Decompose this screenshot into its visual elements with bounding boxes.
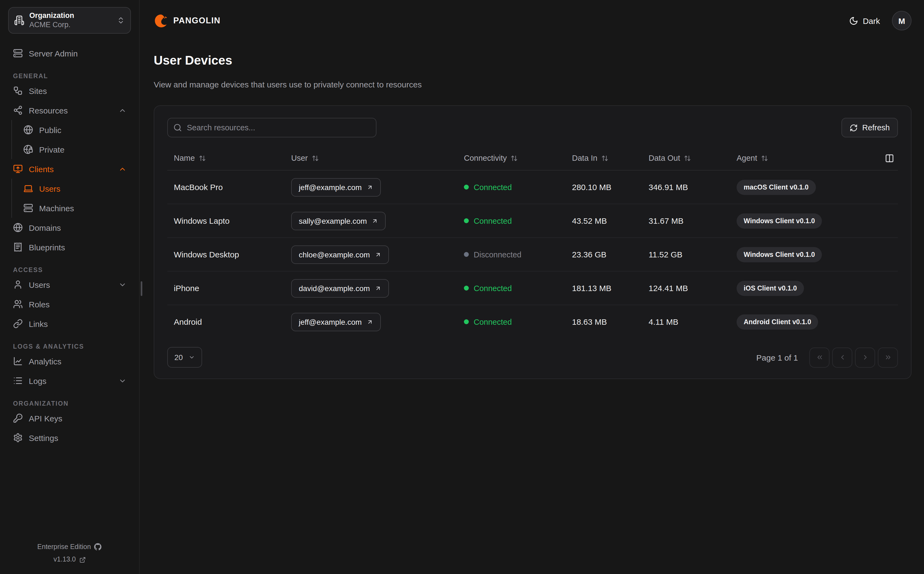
- chart-line-icon: [13, 356, 23, 366]
- sort-icon: [312, 155, 319, 162]
- sidebar-item-links[interactable]: Links: [8, 314, 131, 333]
- column-header-data-in[interactable]: Data In: [572, 154, 649, 162]
- org-selector[interactable]: Organization ACME Corp.: [8, 7, 131, 34]
- data-in-value: 18.63 MB: [572, 317, 649, 326]
- edition-link[interactable]: Enterprise Edition: [8, 541, 131, 554]
- avatar-initial: M: [899, 16, 905, 25]
- theme-toggle[interactable]: Dark: [849, 16, 880, 25]
- arrow-up-right-icon: [372, 218, 378, 224]
- sidebar-item-label: Links: [29, 319, 48, 328]
- org-selector-value: ACME Corp.: [29, 20, 112, 30]
- user-link-button[interactable]: jeff@example.com: [291, 178, 381, 197]
- last-page-button[interactable]: [878, 347, 898, 367]
- chevron-up-icon: [118, 165, 126, 173]
- refresh-button[interactable]: Refresh: [841, 118, 898, 138]
- sidebar-item-server-admin[interactable]: Server Admin: [8, 43, 131, 63]
- globe-icon: [13, 222, 23, 232]
- sidebar-heading-general: GENERAL: [8, 73, 131, 79]
- data-out-value: 11.52 GB: [649, 250, 736, 259]
- next-page-button[interactable]: [855, 347, 875, 367]
- users-icon: [13, 299, 23, 309]
- column-header-user[interactable]: User: [291, 154, 464, 162]
- data-out-value: 31.67 MB: [649, 216, 736, 226]
- main-content: PANGOLIN Dark M User Devices View and ma…: [140, 0, 924, 574]
- data-in-value: 23.36 GB: [572, 250, 649, 259]
- sidebar-item-label: Clients: [29, 164, 54, 173]
- brand[interactable]: PANGOLIN: [154, 13, 221, 28]
- status-label: Connected: [474, 217, 512, 226]
- chevron-up-icon: [118, 106, 126, 114]
- version-link[interactable]: v1.13.0: [8, 554, 131, 567]
- server-icon: [24, 203, 33, 213]
- search-input[interactable]: [167, 118, 377, 138]
- sidebar-item-settings[interactable]: Settings: [8, 428, 131, 448]
- column-header-label: Agent: [736, 154, 757, 162]
- avatar[interactable]: M: [892, 11, 911, 30]
- user-link-button[interactable]: sally@example.com: [291, 212, 386, 230]
- sidebar: Organization ACME Corp. Server Admin GEN…: [0, 0, 140, 574]
- column-header-connectivity[interactable]: Connectivity: [464, 154, 572, 162]
- column-visibility-button[interactable]: [885, 154, 898, 163]
- first-page-button[interactable]: [809, 347, 829, 367]
- page-title: User Devices: [154, 53, 911, 68]
- device-name: iPhone: [167, 284, 291, 293]
- table-row: MacBook Pro jeff@example.com Connected 2…: [167, 171, 898, 205]
- sidebar-item-label: Roles: [29, 300, 50, 309]
- sort-icon: [511, 155, 518, 162]
- table-row: Windows Lapto sally@example.com Connecte…: [167, 205, 898, 238]
- sidebar-item-client-users[interactable]: Users: [12, 179, 131, 198]
- sidebar-item-blueprints[interactable]: Blueprints: [8, 237, 131, 257]
- chevron-right-icon: [861, 354, 869, 361]
- sidebar-item-api-keys[interactable]: API Keys: [8, 408, 131, 428]
- page-size-value: 20: [174, 353, 183, 362]
- previous-page-button[interactable]: [832, 347, 852, 367]
- sidebar-item-machines[interactable]: Machines: [12, 198, 131, 218]
- sidebar-item-logs[interactable]: Logs: [8, 371, 131, 391]
- data-in-value: 280.10 MB: [572, 183, 649, 192]
- sidebar-item-public[interactable]: Public: [12, 120, 131, 140]
- status-label: Disconnected: [474, 250, 522, 259]
- pangolin-logo-icon: [154, 13, 169, 28]
- user-email: jeff@example.com: [299, 183, 362, 192]
- arrow-up-right-icon: [375, 251, 382, 258]
- status-label: Connected: [474, 183, 512, 192]
- user-link-button[interactable]: chloe@example.com: [291, 246, 389, 264]
- moon-icon: [849, 16, 859, 25]
- arrow-up-right-icon: [367, 319, 373, 325]
- laptop-icon: [24, 183, 33, 193]
- search-container: [167, 118, 377, 138]
- sidebar-item-sites[interactable]: Sites: [8, 81, 131, 101]
- connectivity-status: Connected: [464, 217, 572, 226]
- column-header-name[interactable]: Name: [167, 154, 291, 162]
- server-icon: [13, 48, 23, 58]
- column-header-data-out[interactable]: Data Out: [649, 154, 736, 162]
- agent-badge: macOS Client v0.1.0: [736, 180, 816, 195]
- sidebar-item-roles[interactable]: Roles: [8, 294, 131, 314]
- user-link-button[interactable]: jeff@example.com: [291, 313, 381, 331]
- data-out-value: 346.91 MB: [649, 183, 736, 192]
- data-out-value: 124.41 MB: [649, 284, 736, 293]
- pagination: 20 Page 1 of 1: [167, 347, 898, 368]
- sidebar-item-analytics[interactable]: Analytics: [8, 352, 131, 371]
- agent-badge: Windows Client v0.1.0: [736, 213, 822, 229]
- status-label: Connected: [474, 318, 512, 326]
- status-dot: [464, 286, 469, 291]
- sidebar-scrollbar-thumb[interactable]: [141, 281, 142, 296]
- device-name: Android: [167, 317, 291, 326]
- devices-card: Refresh Name User Connectivity: [154, 106, 911, 379]
- sidebar-item-resources[interactable]: Resources: [8, 101, 131, 120]
- user-icon: [13, 280, 23, 289]
- sidebar-item-private[interactable]: Private: [12, 140, 131, 159]
- page-size-select[interactable]: 20: [167, 347, 202, 368]
- column-header-agent[interactable]: Agent: [736, 154, 885, 162]
- sidebar-item-domains[interactable]: Domains: [8, 218, 131, 237]
- connectivity-status: Connected: [464, 318, 572, 326]
- link-icon: [13, 319, 23, 328]
- sidebar-item-clients[interactable]: Clients: [8, 159, 131, 179]
- sort-icon: [684, 155, 691, 162]
- topbar: PANGOLIN Dark M: [154, 5, 911, 36]
- sidebar-item-users[interactable]: Users: [8, 275, 131, 294]
- org-selector-label: Organization: [29, 11, 112, 20]
- user-link-button[interactable]: david@example.com: [291, 279, 389, 298]
- brand-name: PANGOLIN: [173, 16, 221, 25]
